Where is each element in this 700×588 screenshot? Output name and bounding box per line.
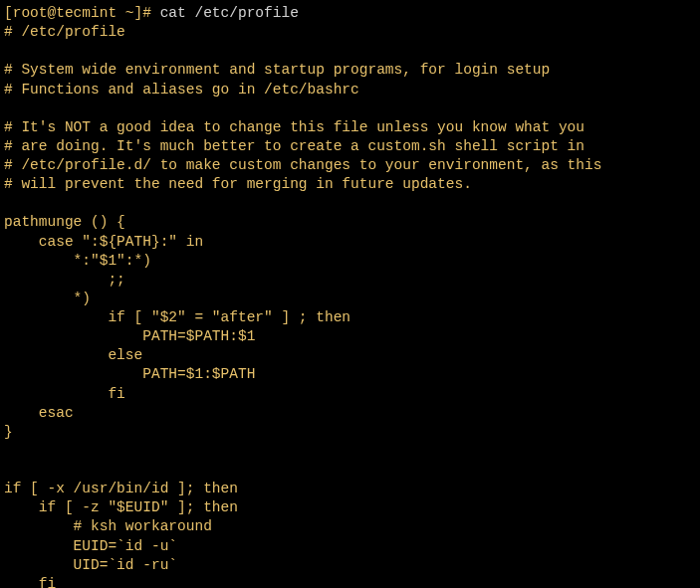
output-line: pathmunge () { <box>4 214 125 230</box>
output-line: # It's NOT a good idea to change this fi… <box>4 119 584 135</box>
output-line: case ":${PATH}:" in <box>4 234 203 250</box>
output-line: if [ -x /usr/bin/id ]; then <box>4 481 238 496</box>
output-line: # will prevent the need for merging in f… <box>4 176 472 192</box>
output-line: # /etc/profile <box>4 24 125 40</box>
output-line: PATH=$1:$PATH <box>4 366 255 382</box>
output-line: EUID=`id -u` <box>4 538 177 554</box>
output-line: else <box>4 347 142 363</box>
output-line: } <box>4 424 13 440</box>
output-line: fi <box>4 576 56 588</box>
shell-prompt: [root@tecmint ~]# <box>4 5 160 21</box>
output-line: # System wide environment and startup pr… <box>4 62 550 78</box>
output-line: # are doing. It's much better to create … <box>4 138 584 154</box>
output-line: esac <box>4 405 74 421</box>
output-line: ;; <box>4 272 125 288</box>
output-line: *) <box>4 291 91 306</box>
output-line: if [ -z "$EUID" ]; then <box>4 499 238 515</box>
output-line: if [ "$2" = "after" ] ; then <box>4 309 350 325</box>
output-line: # /etc/profile.d/ to make custom changes… <box>4 157 601 173</box>
output-line: # ksh workaround <box>4 518 212 534</box>
output-line: UID=`id -ru` <box>4 557 177 573</box>
output-line: PATH=$PATH:$1 <box>4 328 255 344</box>
output-line: fi <box>4 386 125 402</box>
terminal-output: [root@tecmint ~]# cat /etc/profile # /et… <box>4 4 696 588</box>
shell-command: cat /etc/profile <box>160 5 299 21</box>
output-line: *:"$1":*) <box>4 253 151 269</box>
output-line: # Functions and aliases go in /etc/bashr… <box>4 82 359 98</box>
